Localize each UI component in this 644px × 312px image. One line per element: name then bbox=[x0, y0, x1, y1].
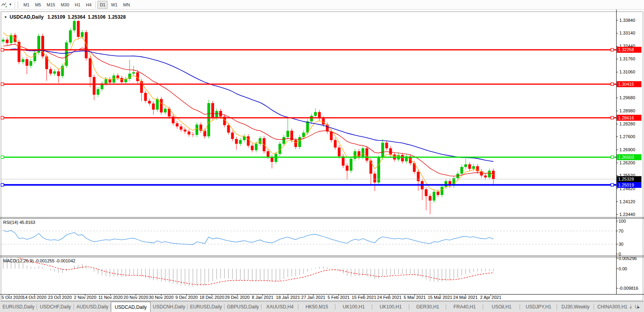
candle-up bbox=[112, 75, 115, 83]
candle-down bbox=[144, 93, 147, 101]
price-axis[interactable]: 1.338401.331401.324401.317601.310601.303… bbox=[617, 18, 638, 291]
chart-window-border bbox=[1, 12, 643, 301]
chart-tab-usdchf-daily[interactable]: USDCHF,Daily bbox=[37, 302, 74, 312]
candle-down bbox=[120, 78, 123, 82]
hline-price-label: 1.32258 bbox=[618, 47, 634, 52]
hline-handle[interactable] bbox=[611, 48, 614, 51]
date-tick-label: 18 Dec 2020 bbox=[199, 295, 224, 300]
chart-tab-uk100-h1[interactable]: UK100,H1 bbox=[335, 302, 372, 312]
chart-tab-usdjpy-h1[interactable]: USDJPY,H1 bbox=[520, 302, 557, 312]
chart-tab-china300-h1[interactable]: CHINA300,H1 bbox=[594, 302, 631, 312]
timeframe-button-M5[interactable]: M5 bbox=[33, 1, 43, 9]
price-tick-label: 1.33140 bbox=[619, 31, 635, 35]
chart-tab-usoil-h1[interactable]: USOil,H1 bbox=[483, 302, 520, 312]
date-tick-label: 15 Mar 2021 bbox=[428, 295, 453, 300]
chart-type-dropdown-icon[interactable]: ▼ bbox=[9, 3, 12, 6]
candle-up bbox=[286, 131, 289, 137]
chart-tab-hk50-m15[interactable]: HK50,M15 bbox=[298, 302, 335, 312]
hline-price-label: 1.25019 bbox=[618, 183, 634, 187]
chart-tab-usdcnh-daily[interactable]: USDCNH,Daily bbox=[151, 302, 188, 312]
candle-up bbox=[282, 137, 285, 144]
timeframe-button-M15[interactable]: M15 bbox=[44, 1, 57, 9]
candle-down bbox=[484, 175, 487, 177]
date-tick-label: 5 Feb 2021 bbox=[328, 295, 350, 300]
candle-up bbox=[73, 21, 76, 31]
price-tick-label: 1.31760 bbox=[619, 56, 635, 61]
candle-down bbox=[389, 148, 392, 155]
line-chart-icon bbox=[1, 2, 8, 8]
timeframe-button-M30[interactable]: M30 bbox=[58, 1, 72, 9]
chart-tab-eurusd-daily[interactable]: EURUSD,Daily bbox=[0, 302, 37, 312]
price-tick-label: 1.23440 bbox=[619, 212, 635, 217]
timeframe-button-H4[interactable]: H4 bbox=[83, 1, 94, 9]
candle-down bbox=[93, 77, 95, 95]
date-tick-label: 8 Jan 2021 bbox=[252, 295, 273, 300]
timeframe-button-W1[interactable]: W1 bbox=[108, 1, 120, 9]
hline-handle[interactable] bbox=[611, 83, 614, 86]
candle-down bbox=[425, 189, 427, 196]
candle-up bbox=[275, 154, 277, 162]
timeframe-button-MN[interactable]: MN bbox=[121, 1, 132, 9]
symbol-dropdown-icon[interactable]: ▼ bbox=[4, 15, 7, 19]
tab-scroll-right-icon[interactable]: ► bbox=[634, 305, 643, 309]
hline-price-label: 1.26503 bbox=[618, 155, 634, 160]
chart-tab-dj30-weekly[interactable]: DJ30,Weekly bbox=[557, 302, 594, 312]
chart-tab-uk100-h1[interactable]: UK100,H1 bbox=[372, 302, 409, 312]
date-tick-label: 24 Mar 2021 bbox=[453, 295, 478, 300]
macd-values: -0.001255 -0.001042 bbox=[35, 258, 75, 263]
candle-up bbox=[350, 159, 352, 171]
time-axis[interactable]: 5 Oct 202014 Oct 202023 Oct 20202 Nov 20… bbox=[2, 295, 501, 300]
chart-tab-fra40-h1[interactable]: FRA40,H1 bbox=[446, 302, 483, 312]
candle-up bbox=[65, 42, 68, 66]
hline-handle[interactable] bbox=[1, 183, 4, 186]
toolbar-grip-handle[interactable] bbox=[17, 2, 19, 8]
date-tick-label: 23 Oct 2020 bbox=[48, 295, 72, 300]
timeframe-button-D1[interactable]: D1 bbox=[97, 1, 108, 9]
hline-handle[interactable] bbox=[1, 83, 4, 86]
candle-up bbox=[104, 79, 107, 84]
candle-down bbox=[184, 130, 186, 132]
date-tick-label: 2 Nov 2020 bbox=[74, 295, 96, 300]
timeframe-button-M1[interactable]: M1 bbox=[21, 1, 32, 9]
timeframe-button-H1[interactable]: H1 bbox=[72, 1, 83, 9]
candle-down bbox=[85, 32, 87, 58]
hline-handle[interactable] bbox=[1, 156, 4, 158]
price-tick-label: 1.28280 bbox=[619, 121, 635, 126]
candle-down bbox=[326, 125, 329, 131]
chart-canvas[interactable]: 1.338401.331401.324401.317601.310601.303… bbox=[0, 10, 644, 301]
candle-up bbox=[259, 138, 261, 144]
candle-down bbox=[369, 161, 372, 174]
hline-handle[interactable] bbox=[1, 48, 4, 51]
candle-down bbox=[136, 72, 139, 81]
candle-down bbox=[468, 164, 471, 169]
chart-tab-ger30-h1[interactable]: GER30,H1 bbox=[409, 302, 446, 312]
price-tick-label: 1.29680 bbox=[619, 95, 635, 100]
chart-tab-usdcad-daily[interactable]: USDCAD,Daily bbox=[111, 302, 151, 312]
date-tick-label: 14 Oct 2020 bbox=[23, 295, 46, 300]
chart-tab-eurusd-daily[interactable]: EURUSD,Daily bbox=[188, 302, 224, 312]
hline-handle[interactable] bbox=[611, 116, 614, 119]
hline-handle[interactable] bbox=[1, 116, 4, 119]
chart-type-icon[interactable] bbox=[0, 2, 8, 8]
candle-up bbox=[381, 143, 384, 158]
candle-up bbox=[132, 72, 135, 73]
rsi-tick-label: 100 bbox=[619, 219, 626, 223]
hline-handle[interactable] bbox=[611, 156, 614, 158]
ma-mid-line bbox=[3, 44, 493, 176]
candle-down bbox=[492, 171, 495, 179]
chart-tab-gbpusd-daily[interactable]: GBPUSD,Daily bbox=[224, 302, 261, 312]
tab-scroll-left-icon[interactable]: ◄ bbox=[626, 305, 634, 309]
price-tick-label: 1.26200 bbox=[619, 160, 635, 165]
rsi-name: RSI(14) bbox=[3, 220, 18, 225]
hline-handle[interactable] bbox=[611, 183, 614, 186]
candle-up bbox=[81, 32, 84, 37]
price-tick-label: 1.27600 bbox=[619, 134, 635, 139]
macd-panel bbox=[3, 256, 493, 287]
candle-up bbox=[460, 167, 463, 174]
candle-up bbox=[215, 111, 218, 118]
ohlc-close: 1.25328 bbox=[108, 14, 126, 20]
price-tick-label: 1.33840 bbox=[619, 18, 635, 23]
chart-tab-audusd-daily[interactable]: AUDUSD,Daily bbox=[74, 302, 111, 312]
ma-fast-line bbox=[3, 33, 493, 192]
chart-tab-xauusd-h4[interactable]: XAUUSD,H4 bbox=[261, 302, 298, 312]
